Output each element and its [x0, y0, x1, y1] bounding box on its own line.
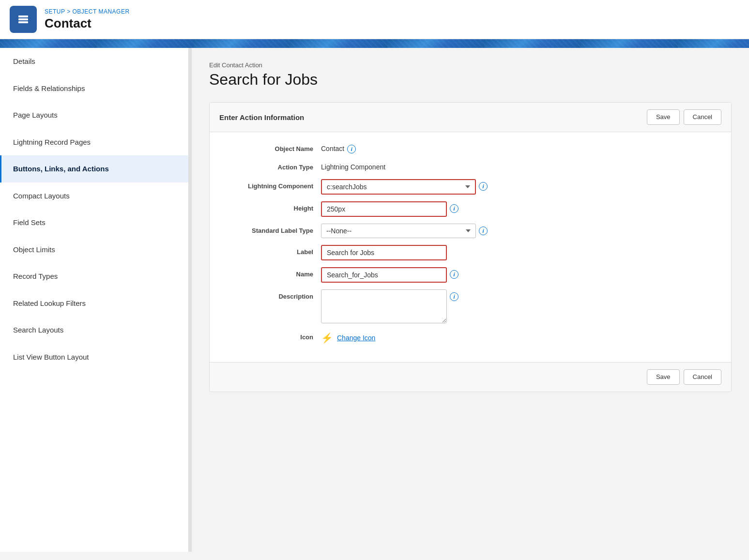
field-description: Description i — [224, 289, 717, 323]
sidebar-item-fields-relationships[interactable]: Fields & Relationships — [0, 75, 188, 102]
svg-rect-1 — [18, 18, 28, 20]
icon-row: ⚡ Change Icon — [321, 330, 375, 344]
field-action-type: Action Type Lightning Component — [224, 160, 717, 172]
input-name[interactable] — [321, 267, 447, 283]
decorative-band — [0, 39, 749, 48]
app-header: SETUP > OBJECT MANAGER Contact — [0, 0, 749, 39]
select-lightning-component[interactable]: c:searchJobs — [321, 179, 476, 195]
sidebar-item-record-types[interactable]: Record Types — [0, 263, 188, 290]
sidebar-item-details[interactable]: Details — [0, 48, 188, 75]
field-object-name: Object Name Contact i — [224, 142, 717, 153]
form-card-header: Enter Action Information Save Cancel — [210, 103, 731, 132]
svg-rect-2 — [18, 21, 28, 23]
label-label: Label — [224, 245, 321, 257]
save-button-top[interactable]: Save — [647, 109, 680, 125]
content-subtitle: Edit Contact Action — [209, 61, 732, 69]
cancel-button-top[interactable]: Cancel — [684, 109, 721, 125]
sidebar-item-page-layouts[interactable]: Page Layouts — [0, 102, 188, 129]
sidebar-item-object-limits[interactable]: Object Limits — [0, 236, 188, 263]
field-height: Height i — [224, 201, 717, 217]
control-name: i — [321, 267, 717, 283]
cancel-button-bottom[interactable]: Cancel — [684, 369, 721, 385]
info-icon-height[interactable]: i — [450, 204, 459, 213]
page-title: Contact — [45, 16, 130, 31]
sidebar-item-field-sets[interactable]: Field Sets — [0, 209, 188, 236]
control-lightning-component: c:searchJobs i — [321, 179, 717, 195]
control-height: i — [321, 201, 717, 217]
form-card-footer: Save Cancel — [210, 362, 731, 392]
sidebar: Details Fields & Relationships Page Layo… — [0, 48, 189, 552]
change-icon-link[interactable]: Change Icon — [337, 334, 375, 342]
content-title: Search for Jobs — [209, 71, 732, 89]
info-icon-object-name[interactable]: i — [347, 145, 356, 153]
label-action-type: Action Type — [224, 160, 321, 172]
control-icon: ⚡ Change Icon — [321, 330, 717, 344]
sidebar-item-lightning-record-pages[interactable]: Lightning Record Pages — [0, 129, 188, 156]
label-description: Description — [224, 289, 321, 301]
field-icon: Icon ⚡ Change Icon — [224, 330, 717, 344]
control-action-type: Lightning Component — [321, 160, 717, 171]
input-height[interactable] — [321, 201, 447, 217]
label-name: Name — [224, 267, 321, 279]
info-icon-lightning-component[interactable]: i — [479, 182, 488, 191]
label-icon: Icon — [224, 330, 321, 342]
value-action-type: Lightning Component — [321, 160, 385, 171]
sidebar-item-search-layouts[interactable]: Search Layouts — [0, 317, 188, 344]
control-object-name: Contact i — [321, 142, 717, 153]
field-label: Label — [224, 245, 717, 260]
label-height: Height — [224, 201, 321, 213]
header-text-group: SETUP > OBJECT MANAGER Contact — [45, 8, 130, 31]
control-standard-label-type: --None-- i — [321, 224, 717, 238]
info-icon-standard-label-type[interactable]: i — [479, 227, 488, 235]
sidebar-item-buttons-links-actions[interactable]: Buttons, Links, and Actions — [0, 155, 188, 182]
sidebar-item-compact-layouts[interactable]: Compact Layouts — [0, 182, 188, 210]
control-label — [321, 245, 717, 260]
field-name: Name i — [224, 267, 717, 283]
info-icon-name[interactable]: i — [450, 270, 459, 279]
content-area: Edit Contact Action Search for Jobs Ente… — [192, 48, 749, 552]
breadcrumb[interactable]: SETUP > OBJECT MANAGER — [45, 8, 130, 15]
svg-rect-0 — [18, 15, 28, 17]
label-object-name: Object Name — [224, 142, 321, 153]
field-lightning-component: Lightning Component c:searchJobs i — [224, 179, 717, 195]
form-header-actions: Save Cancel — [647, 109, 721, 125]
form-card-title: Enter Action Information — [219, 113, 304, 121]
lightning-bolt-icon: ⚡ — [321, 332, 333, 344]
input-label[interactable] — [321, 245, 447, 260]
info-icon-description[interactable]: i — [450, 292, 459, 301]
textarea-description[interactable] — [321, 289, 447, 323]
app-icon — [10, 6, 37, 33]
form-body: Object Name Contact i Action Type Lightn… — [210, 132, 731, 362]
select-standard-label-type[interactable]: --None-- — [321, 224, 476, 238]
sidebar-item-related-lookup-filters[interactable]: Related Lookup Filters — [0, 290, 188, 317]
save-button-bottom[interactable]: Save — [647, 369, 680, 385]
control-description: i — [321, 289, 717, 323]
main-layout: Details Fields & Relationships Page Layo… — [0, 48, 749, 552]
form-card: Enter Action Information Save Cancel Obj… — [209, 102, 732, 392]
value-object-name: Contact — [321, 142, 344, 152]
label-standard-label-type: Standard Label Type — [224, 224, 321, 235]
field-standard-label-type: Standard Label Type --None-- i — [224, 224, 717, 238]
sidebar-item-list-view-button-layout[interactable]: List View Button Layout — [0, 344, 188, 371]
label-lightning-component: Lightning Component — [224, 179, 321, 191]
